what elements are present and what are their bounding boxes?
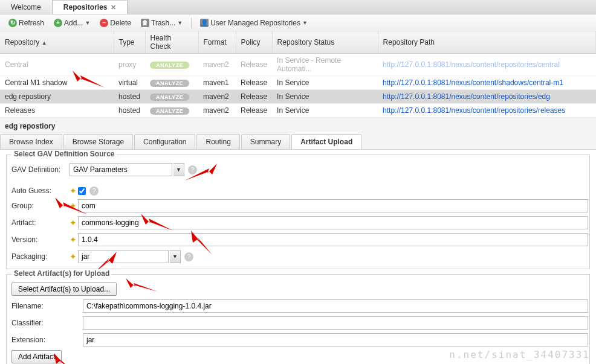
watermark-text: n.net/sinat_34407331 (449, 349, 590, 360)
cell-health: ANALYZE (145, 54, 198, 76)
cell-health: ANALYZE (145, 104, 198, 118)
detail-tabstrip: Browse Index Browse Storage Configuratio… (0, 134, 596, 150)
gav-definition-combo[interactable] (70, 163, 172, 176)
chevron-down-icon[interactable]: ▼ (173, 163, 184, 176)
trash-button[interactable]: 🗑Trash...▼ (137, 18, 186, 28)
repositories-table: Repository ▲ Type Health Check Format Po… (0, 31, 596, 118)
table-row[interactable]: Central M1 shadowvirtualANALYZEmaven1Rel… (0, 76, 596, 90)
analyze-button[interactable]: ANALYZE (150, 62, 189, 69)
artifact-label: Artifact: (11, 219, 70, 227)
cell-format: maven2 (198, 104, 236, 118)
group-input[interactable] (78, 199, 588, 212)
tab-routing[interactable]: Routing (196, 134, 239, 149)
sort-asc-icon: ▲ (42, 40, 47, 46)
analyze-button[interactable]: ANALYZE (150, 107, 189, 115)
auto-guess-checkbox[interactable] (78, 187, 86, 195)
group-label: Group: (11, 202, 70, 210)
tab-browse-storage[interactable]: Browse Storage (63, 134, 133, 149)
help-icon[interactable]: ? (184, 252, 193, 261)
cell-path: http://127.0.0.1:8081/nexus/content/repo… (378, 90, 595, 104)
repo-path-link[interactable]: http://127.0.0.1:8081/nexus/content/repo… (383, 92, 550, 101)
cell-policy: Release (236, 90, 272, 104)
plus-icon: + (54, 19, 62, 27)
repo-path-link[interactable]: http://127.0.0.1:8081/nexus/content/repo… (383, 60, 560, 69)
tab-artifact-upload[interactable]: Artifact Upload (291, 134, 361, 149)
tab-browse-index[interactable]: Browse Index (0, 134, 62, 149)
fieldset-legend: Select Artifact(s) for Upload (11, 269, 112, 278)
version-input[interactable] (78, 233, 588, 246)
trash-icon: 🗑 (141, 19, 149, 27)
help-icon[interactable]: ? (188, 165, 197, 174)
tab-summary[interactable]: Summary (241, 134, 290, 149)
select-artifacts-button[interactable]: Select Artifact(s) to Upload... (11, 283, 117, 296)
cell-type: hosted (114, 90, 145, 104)
button-label: Refresh (19, 19, 44, 27)
required-icon: ✦ (70, 235, 77, 244)
cell-policy: Release (236, 76, 272, 90)
help-icon[interactable]: ? (89, 187, 99, 196)
repo-path-link[interactable]: http://127.0.0.1:8081/nexus/content/repo… (383, 106, 565, 115)
chevron-down-icon[interactable]: ▼ (170, 250, 181, 263)
cell-status: In Service - Remote Automati... (272, 54, 378, 76)
toolbar: ↻Refresh +Add...▼ −Delete 🗑Trash...▼ 👤Us… (0, 14, 596, 31)
analyze-button[interactable]: ANALYZE (150, 94, 189, 101)
user-managed-repos-button[interactable]: 👤User Managed Repositories▼ (196, 18, 311, 28)
user-icon: 👤 (200, 19, 209, 27)
col-format[interactable]: Format (198, 31, 236, 54)
cell-path: http://127.0.0.1:8081/nexus/content/shad… (378, 76, 595, 90)
top-tabstrip: Welcome Repositories ✕ (0, 0, 596, 14)
tab-repositories[interactable]: Repositories ✕ (53, 0, 128, 14)
col-policy[interactable]: Policy (236, 31, 272, 54)
table-row[interactable]: edg repostioryhostedANALYZEmaven2Release… (0, 90, 596, 104)
button-label: User Managed Repositories (210, 19, 300, 27)
cell-policy: Release (236, 104, 272, 118)
col-repository[interactable]: Repository ▲ (0, 31, 114, 54)
col-type[interactable]: Type (114, 31, 145, 54)
table-row[interactable]: CentralproxyANALYZEmaven2ReleaseIn Servi… (0, 54, 596, 76)
tab-label: Welcome (11, 3, 41, 11)
delete-button[interactable]: −Delete (96, 18, 135, 28)
cell-health: ANALYZE (145, 90, 198, 104)
cell-type: hosted (114, 104, 145, 118)
col-health[interactable]: Health Check (145, 31, 198, 54)
table-row[interactable]: ReleaseshostedANALYZEmaven2ReleaseIn Ser… (0, 104, 596, 118)
button-label: Delete (110, 19, 131, 27)
chevron-down-icon: ▼ (302, 20, 308, 26)
cell-path: http://127.0.0.1:8081/nexus/content/repo… (378, 104, 595, 118)
chevron-down-icon: ▼ (85, 20, 90, 26)
classifier-label: Classifier: (11, 319, 83, 327)
extension-input[interactable] (83, 333, 588, 346)
version-label: Version: (11, 235, 70, 244)
tab-label: Repositories (63, 3, 108, 11)
refresh-button[interactable]: ↻Refresh (5, 18, 48, 28)
cell-format: maven1 (198, 76, 236, 90)
chevron-down-icon: ▼ (177, 20, 183, 26)
gav-definition-fieldset: Select GAV Definition Source GAV Definit… (6, 155, 590, 269)
classifier-input[interactable] (83, 316, 588, 330)
cell-repo: edg repostiory (0, 90, 114, 104)
repo-path-link[interactable]: http://127.0.0.1:8081/nexus/content/shad… (383, 78, 563, 87)
cell-type: proxy (114, 54, 145, 76)
close-icon[interactable]: ✕ (111, 4, 116, 11)
extension-label: Extension: (11, 336, 83, 344)
cell-repo: Central (0, 54, 114, 76)
required-icon: ✦ (70, 186, 77, 196)
cell-type: virtual (114, 76, 145, 90)
auto-guess-label: Auto Guess: (11, 187, 70, 195)
packaging-combo[interactable] (78, 250, 169, 263)
table-header-row: Repository ▲ Type Health Check Format Po… (0, 31, 596, 54)
button-label: Trash... (151, 19, 175, 27)
col-path[interactable]: Repository Path (378, 31, 595, 54)
artifact-input[interactable] (78, 216, 588, 229)
minus-icon: − (100, 19, 108, 27)
cell-status: In Service (272, 90, 378, 104)
cell-format: maven2 (198, 54, 236, 76)
tab-configuration[interactable]: Configuration (134, 134, 195, 149)
cell-format: maven2 (198, 90, 236, 104)
add-button[interactable]: +Add...▼ (50, 18, 94, 28)
cell-status: In Service (272, 76, 378, 90)
tab-welcome[interactable]: Welcome (0, 0, 53, 14)
analyze-button[interactable]: ANALYZE (150, 80, 189, 87)
add-artifact-button[interactable]: Add Artifact (11, 350, 62, 363)
col-status[interactable]: Repository Status (272, 31, 378, 54)
